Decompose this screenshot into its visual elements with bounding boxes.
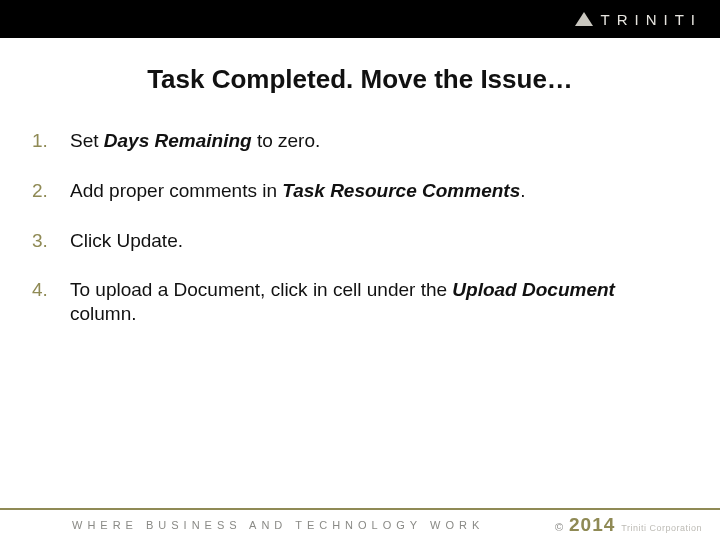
steps-list: Set Days Remaining to zero. Add proper c… [0,129,720,326]
copyright-symbol: © [555,521,563,533]
footer-copyright: © 2014 Triniti Corporation [555,514,702,536]
brand: TRINITI [575,11,703,28]
step-item: Add proper comments in Task Resource Com… [62,179,678,203]
step-item: Set Days Remaining to zero. [62,129,678,153]
step-text-pre: Click Update. [70,230,183,251]
step-text-pre: To upload a Document, click in cell unde… [70,279,452,300]
step-text-em: Task Resource Comments [282,180,520,201]
step-text-post: to zero. [252,130,321,151]
footer-year: 2014 [569,514,615,536]
triangle-icon [575,12,593,26]
svg-marker-0 [575,12,593,26]
step-text-em: Upload Document [452,279,615,300]
step-item: To upload a Document, click in cell unde… [62,278,678,326]
step-text-post: . [520,180,525,201]
footer-bar: WHERE BUSINESS AND TECHNOLOGY WORK © 201… [0,508,720,540]
header-bar: TRINITI [0,0,720,38]
step-text-pre: Add proper comments in [70,180,282,201]
footer-tagline: WHERE BUSINESS AND TECHNOLOGY WORK [72,519,555,531]
step-item: Click Update. [62,229,678,253]
step-text-post: column. [70,303,137,324]
brand-name: TRINITI [601,11,703,28]
slide-title: Task Completed. Move the Issue… [0,64,720,95]
step-text-em: Days Remaining [104,130,252,151]
footer-corp: Triniti Corporation [621,523,702,533]
step-text-pre: Set [70,130,104,151]
